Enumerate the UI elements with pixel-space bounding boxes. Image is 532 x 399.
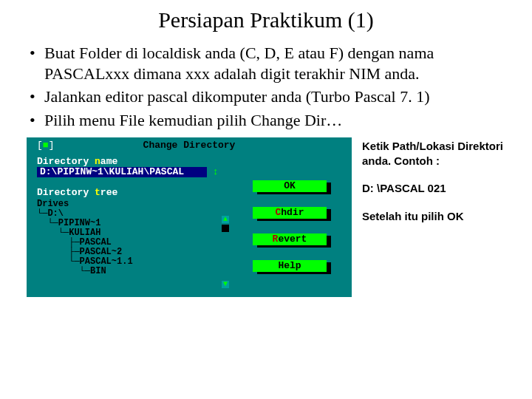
change-dir-dialog: [■] Change Directory Directory name D:\P… bbox=[27, 137, 352, 297]
bullet-list: Buat Folder di localdisk anda (C, D, E a… bbox=[27, 43, 505, 130]
bullet-item: Pilih menu File kemudian pilih Change Di… bbox=[27, 110, 505, 131]
note-line: Ketik Path/Lokasi Direktori anda. Contoh… bbox=[362, 139, 505, 168]
dir-name-label: Directory name bbox=[37, 157, 341, 167]
note-line: Setelah itu pilih OK bbox=[362, 209, 505, 224]
dialog-title: Change Directory bbox=[27, 140, 352, 151]
bullet-item: Jalankan editor pascal dikomputer anda (… bbox=[27, 86, 505, 107]
help-button[interactable]: Help bbox=[253, 260, 327, 272]
ok-button[interactable]: OK bbox=[253, 180, 327, 192]
chdir-button[interactable]: Chdir bbox=[253, 207, 327, 219]
page-title: Persiapan Praktikum (1) bbox=[27, 7, 505, 33]
note-line: D: \PASCAL 021 bbox=[362, 181, 505, 196]
history-arrow-icon[interactable]: ↕ bbox=[213, 167, 219, 177]
annotation-notes: Ketik Path/Lokasi Direktori anda. Contoh… bbox=[352, 137, 505, 297]
revert-button[interactable]: Revert bbox=[253, 233, 327, 245]
bullet-item: Buat Folder di localdisk anda (C, D, E a… bbox=[27, 43, 505, 83]
tree-scrollbar[interactable]: ▲ ▼ bbox=[222, 216, 229, 288]
directory-input[interactable]: D:\PIPINW~1\KULIAH\PASCAL bbox=[37, 167, 207, 177]
